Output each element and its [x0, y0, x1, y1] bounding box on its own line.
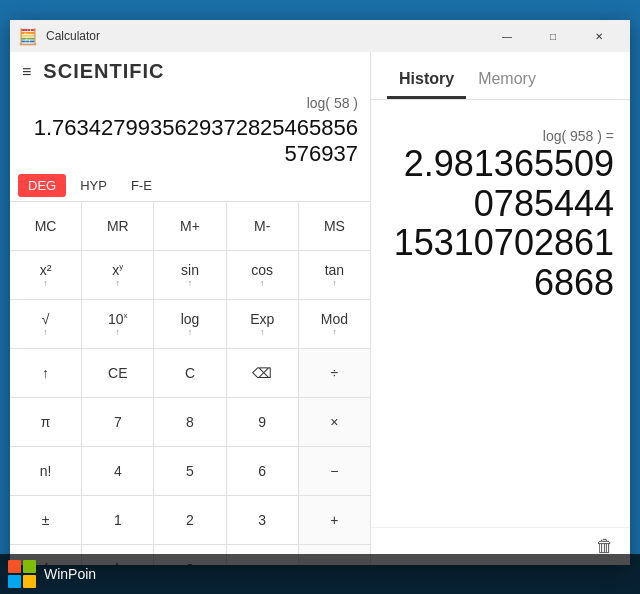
add-button[interactable]: +	[299, 496, 370, 544]
ce-button[interactable]: CE	[82, 349, 153, 397]
button-grid: MC MR M+ M- MS x² ↑ xy ↑ sin ↑	[10, 201, 370, 565]
mc-button[interactable]: MC	[10, 202, 81, 250]
history-content: log( 958 ) = 2.9813655090785444153107028…	[371, 100, 630, 527]
win-logo-yellow	[23, 575, 36, 588]
6-button[interactable]: 6	[227, 447, 298, 495]
cos-button[interactable]: cos ↑	[227, 251, 298, 299]
mode-title: SCIENTIFIC	[43, 60, 164, 83]
mplus-button[interactable]: M+	[154, 202, 225, 250]
close-button[interactable]: ✕	[576, 20, 622, 52]
plusminus-button[interactable]: ±	[10, 496, 81, 544]
log-button[interactable]: log ↑	[154, 300, 225, 348]
win-logo-blue	[8, 575, 21, 588]
win-logo-green	[23, 560, 36, 573]
title-bar: 🧮 Calculator — □ ✕	[10, 20, 630, 52]
calculator-panel: ≡ SCIENTIFIC log( 58 ) 1.763427993562937…	[10, 52, 370, 565]
4-button[interactable]: 4	[82, 447, 153, 495]
1-button[interactable]: 1	[82, 496, 153, 544]
minimize-button[interactable]: —	[484, 20, 530, 52]
shift-button[interactable]: ↑	[10, 349, 81, 397]
calc-header: ≡ SCIENTIFIC	[10, 52, 370, 91]
menu-icon[interactable]: ≡	[22, 63, 31, 81]
fe-button[interactable]: F-E	[121, 174, 162, 197]
xpowy-button[interactable]: xy ↑	[82, 251, 153, 299]
memory-tab[interactable]: Memory	[466, 62, 548, 99]
tan-button[interactable]: tan ↑	[299, 251, 370, 299]
main-content: ≡ SCIENTIFIC log( 58 ) 1.763427993562937…	[10, 52, 630, 565]
calc-display: log( 58 ) 1.7634279935629372825465856576…	[10, 91, 370, 170]
3-button[interactable]: 3	[227, 496, 298, 544]
win-logo-red	[8, 560, 21, 573]
right-panel: History Memory log( 958 ) = 2.9813655090…	[370, 52, 630, 565]
app-icon: 🧮	[18, 27, 38, 46]
7-button[interactable]: 7	[82, 398, 153, 446]
right-tabs: History Memory	[371, 52, 630, 100]
taskbar: WinPoin	[0, 554, 640, 594]
divide-button[interactable]: ÷	[299, 349, 370, 397]
ms-button[interactable]: MS	[299, 202, 370, 250]
9-button[interactable]: 9	[227, 398, 298, 446]
history-value: 2.9813655090785444153107028616868	[387, 144, 614, 302]
subtract-button[interactable]: −	[299, 447, 370, 495]
hyp-button[interactable]: HYP	[70, 174, 117, 197]
mminus-button[interactable]: M-	[227, 202, 298, 250]
title-bar-left: 🧮 Calculator	[18, 27, 100, 46]
sqrt-button[interactable]: √ ↑	[10, 300, 81, 348]
expression-display: log( 58 )	[22, 95, 358, 115]
history-tab[interactable]: History	[387, 62, 466, 99]
5-button[interactable]: 5	[154, 447, 225, 495]
factorial-button[interactable]: n!	[10, 447, 81, 495]
8-button[interactable]: 8	[154, 398, 225, 446]
sin-button[interactable]: sin ↑	[154, 251, 225, 299]
multiply-button[interactable]: ×	[299, 398, 370, 446]
main-value-display: 1.7634279935629372825465856576937	[22, 115, 358, 168]
xsquared-button[interactable]: x² ↑	[10, 251, 81, 299]
mode-buttons-row: DEG HYP F-E	[10, 170, 370, 201]
maximize-button[interactable]: □	[530, 20, 576, 52]
backspace-button[interactable]: ⌫	[227, 349, 298, 397]
mr-button[interactable]: MR	[82, 202, 153, 250]
windows-logo[interactable]	[8, 560, 36, 588]
taskbar-app-name: WinPoin	[44, 566, 96, 582]
title-bar-controls: — □ ✕	[484, 20, 622, 52]
pi-button[interactable]: π	[10, 398, 81, 446]
10x-button[interactable]: 10x ↑	[82, 300, 153, 348]
exp-button[interactable]: Exp ↑	[227, 300, 298, 348]
deg-button[interactable]: DEG	[18, 174, 66, 197]
2-button[interactable]: 2	[154, 496, 225, 544]
history-expression: log( 958 ) =	[387, 128, 614, 144]
mod-button[interactable]: Mod ↑	[299, 300, 370, 348]
window-title: Calculator	[46, 29, 100, 43]
calculator-window: 🧮 Calculator — □ ✕ ≡ SCIENTIFIC log( 58 …	[10, 20, 630, 565]
clear-button[interactable]: C	[154, 349, 225, 397]
